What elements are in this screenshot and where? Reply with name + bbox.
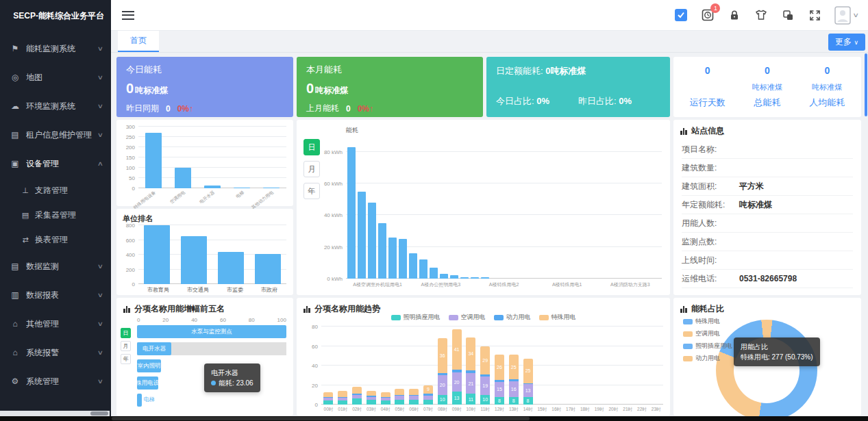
sidebar-subitem-branch-mgmt[interactable]: ⊥支路管理 bbox=[0, 178, 111, 203]
period-button-年[interactable]: 年 bbox=[121, 354, 131, 364]
horizontal-scrollbar-thumb[interactable] bbox=[112, 417, 530, 420]
sidebar-item-env-monitor[interactable]: ☁环境监测系统∨ bbox=[0, 92, 111, 120]
legend-item-空调用电[interactable]: 空调用电 bbox=[683, 329, 732, 338]
stack-slot bbox=[378, 327, 393, 405]
site-info-label: 建筑数量: bbox=[682, 162, 739, 174]
legend-label: 特殊用电 bbox=[695, 317, 720, 326]
main-area: 1 ∨ 首页 bbox=[111, 0, 868, 421]
bottom-row: 分项名称用能增幅前五名 日月年 020406080100 水泵与监控测点电开水器… bbox=[116, 298, 863, 416]
period-button-日[interactable]: 日 bbox=[121, 328, 131, 338]
x-axis-label: 00时 bbox=[321, 407, 336, 413]
period-button-日[interactable]: 日 bbox=[303, 139, 320, 155]
sidebar-item-map[interactable]: ◎地图∨ bbox=[0, 63, 111, 92]
y-axis-label: 60 bbox=[312, 343, 318, 349]
card-summary-stats: 0运行天数0吨标准煤总能耗0吨标准煤人均能耗 bbox=[673, 57, 861, 117]
legend-item-动力用电[interactable]: 动力用电 bbox=[683, 354, 732, 363]
period-toggle: 日月年 bbox=[121, 328, 131, 364]
legend-swatch bbox=[683, 319, 693, 324]
bar-segment: 19 bbox=[480, 377, 490, 395]
x-axis-tick: 0 bbox=[137, 317, 140, 323]
sidebar-subitem-meter-swap-mgmt[interactable]: ⇄换表管理 bbox=[0, 227, 111, 252]
site-info-label: 监测点数: bbox=[682, 236, 739, 248]
y-axis-label: 0 bbox=[315, 402, 318, 408]
switch-layers-icon[interactable] bbox=[781, 8, 795, 22]
tab-home[interactable]: 首页 bbox=[118, 31, 159, 52]
site-info-row: 年定额能耗:吨标准煤 bbox=[682, 196, 853, 214]
legend-swatch bbox=[494, 315, 504, 320]
x-axis-label: 电梯 bbox=[235, 190, 246, 200]
x-axis-tick: 80 bbox=[249, 317, 255, 323]
legend-item-空调用电[interactable]: 空调用电 bbox=[449, 313, 486, 322]
chevron-down-icon: ∨ bbox=[97, 292, 103, 298]
sidebar-item-data-monitor[interactable]: ▤数据监测∨ bbox=[0, 252, 111, 281]
site-info-value: 平方米 bbox=[739, 181, 764, 192]
y-axis-label: 60 kWh bbox=[324, 180, 343, 186]
fullscreen-icon[interactable] bbox=[808, 8, 821, 22]
bar-segment bbox=[381, 392, 390, 397]
bar-segment: 20 bbox=[452, 372, 462, 392]
sidebar-horizontal-scrollbar[interactable] bbox=[0, 411, 110, 416]
theme-tshirt-icon[interactable] bbox=[754, 8, 768, 22]
sidebar-item-energy-monitor[interactable]: ⚑能耗监测系统∨ bbox=[0, 34, 111, 63]
panel-title: 分项名称用能增幅前五名 bbox=[123, 303, 225, 315]
sidebar-subitem-collector-mgmt[interactable]: ▤采集器管理 bbox=[0, 203, 111, 227]
user-menu[interactable]: ∨ bbox=[834, 6, 858, 25]
stack-slot: 112134 bbox=[464, 327, 478, 405]
card-value: 0吨标准煤 bbox=[126, 81, 284, 97]
bar bbox=[440, 274, 448, 279]
vertical-scrollbar[interactable] bbox=[865, 53, 867, 116]
period-button-月[interactable]: 月 bbox=[303, 161, 320, 177]
bar-segment: 13 bbox=[523, 384, 533, 397]
x-axis-label: A楼消防动力支路3 bbox=[610, 281, 650, 288]
message-check-icon[interactable] bbox=[674, 8, 688, 22]
stack-slot: 102036 bbox=[435, 327, 449, 405]
legend-item-特殊用电[interactable]: 特殊用电 bbox=[683, 317, 732, 326]
more-tabs-button[interactable]: 更多 ∨ bbox=[828, 34, 865, 51]
chevron-down-icon: ∨ bbox=[97, 263, 103, 270]
menu-toggle-icon[interactable] bbox=[122, 11, 134, 20]
stat-label: 人均能耗 bbox=[809, 97, 845, 109]
x-axis-label: 市政府 bbox=[261, 286, 277, 294]
stat-unit: 吨标准煤 bbox=[752, 82, 782, 91]
legend-item-动力用电[interactable]: 动力用电 bbox=[494, 313, 531, 322]
legend-swatch bbox=[683, 331, 693, 337]
topbar: 1 ∨ bbox=[111, 0, 868, 31]
legend-label: 特殊用电 bbox=[551, 313, 576, 322]
legend-item-特殊用电[interactable]: 特殊用电 bbox=[539, 313, 576, 322]
x-axis-label: 03时 bbox=[364, 407, 378, 413]
sidebar-item-system-alarm[interactable]: ⌂系统报警∨ bbox=[0, 338, 111, 367]
chevron-down-icon: ∨ bbox=[97, 45, 103, 52]
x-axis-label: 18时 bbox=[578, 407, 592, 413]
legend-item-照明插座用电[interactable]: 照明插座用电 bbox=[391, 313, 441, 322]
x-axis-label: 13时 bbox=[506, 407, 521, 413]
legend-item-照明插座用电[interactable]: 照明插座用电 bbox=[683, 342, 732, 350]
sidebar-item-tenant-info[interactable]: ▤租户信息维护管理∨ bbox=[0, 120, 111, 149]
sidebar-item-data-report[interactable]: ▥数据报表∨ bbox=[0, 281, 111, 309]
lock-icon[interactable] bbox=[728, 8, 741, 22]
period-button-月[interactable]: 月 bbox=[121, 341, 131, 351]
site-info-row: 建筑面积:平方米 bbox=[682, 177, 853, 196]
horizontal-scrollbar-track bbox=[0, 416, 868, 421]
period-button-年[interactable]: 年 bbox=[303, 183, 320, 199]
alarm-clock-icon[interactable]: 1 bbox=[701, 8, 715, 22]
chart-bars-icon bbox=[123, 306, 131, 313]
bar bbox=[144, 225, 170, 284]
chevron-down-icon: ∨ bbox=[97, 74, 103, 81]
bar-segment bbox=[338, 391, 347, 397]
site-info-label: 上线时间: bbox=[682, 255, 739, 266]
sidebar-item-other-mgmt[interactable]: ⌂其他管理∨ bbox=[0, 309, 111, 338]
legend-label: 动力用电 bbox=[695, 354, 720, 363]
sidebar-item-system-mgmt[interactable]: ⚙系统管理∨ bbox=[0, 367, 111, 396]
bar bbox=[409, 253, 417, 279]
flag-icon: ⚑ bbox=[10, 44, 21, 53]
hbar-row: 电开水器 bbox=[137, 342, 286, 355]
site-info-panel: 站点信息 项目名称:建筑数量:建筑面积:平方米年定额能耗:吨标准煤用能人数:监测… bbox=[673, 120, 861, 295]
sidebar-item-label: 设备管理 bbox=[26, 158, 98, 170]
sidebar-scrollbar-thumb[interactable] bbox=[90, 411, 108, 416]
y-axis-label: 80 bbox=[312, 324, 318, 330]
bar-series bbox=[138, 127, 286, 188]
stack-slot: 81325 bbox=[521, 327, 535, 405]
sidebar-item-device-mgmt[interactable]: ▣设备管理∧ bbox=[0, 149, 111, 178]
bar-segment bbox=[367, 400, 376, 405]
x-axis-labels: 市教育局市交通局市监委市政府 bbox=[138, 286, 286, 294]
